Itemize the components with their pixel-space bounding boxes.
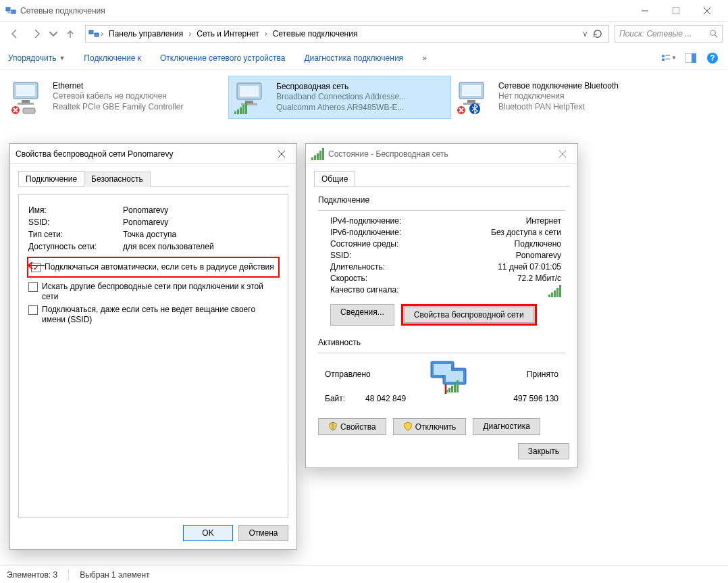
diagnose-button[interactable]: Диагностика подключения [304,53,403,63]
network-connections-icon [88,28,99,39]
titlebar: Сетевые подключения [0,0,728,22]
connect-hidden-ssid-checkbox[interactable] [28,305,38,315]
connections-list: Ethernet Сетевой кабель не подключен Rea… [0,70,728,124]
connection-ethernet[interactable]: Ethernet Сетевой кабель не подключен Rea… [5,76,228,119]
connection-title: Сетевое подключение Bluetooth [498,81,669,91]
svg-rect-16 [22,100,30,103]
ethernet-plug-icon [22,107,38,115]
shield-icon [328,422,338,431]
svg-rect-9 [665,58,670,59]
svg-rect-21 [240,86,259,97]
properties-button[interactable]: Свойства [318,418,386,435]
refresh-button[interactable] [590,26,606,42]
signal-bars-icon [234,102,247,114]
svg-rect-25 [462,85,481,96]
svg-rect-15 [16,85,35,96]
svg-rect-19 [23,108,35,113]
look-for-other-networks-checkbox[interactable] [28,282,38,292]
diagnose-button[interactable]: Диагностика [473,418,540,435]
search-icon [710,30,718,38]
chevron-down-icon[interactable]: ∨ [582,29,588,39]
close-button[interactable] [272,145,291,163]
connection-status-dialog: Состояние - Беспроводная сеть Общие Подк… [305,143,578,468]
more-button[interactable]: » [422,53,427,63]
breadcrumb-segment[interactable]: Панель управления [105,26,187,42]
details-button[interactable]: Сведения... [330,304,394,326]
disable-button[interactable]: Отключить [393,418,467,435]
group-connection-label: Подключение [318,195,565,205]
annotation-highlight: Подключаться автоматически, если сеть в … [27,257,280,278]
selection-count: Выбран 1 элемент [80,570,149,580]
address-bar: › Панель управления › Сеть и Интернет › … [0,22,728,46]
minimize-button[interactable] [629,1,660,21]
svg-rect-2 [673,7,679,14]
x-icon [11,105,20,115]
close-dialog-button[interactable]: Закрыть [518,443,569,459]
bluetooth-icon [469,103,481,115]
forward-button[interactable] [27,24,46,43]
wireless-properties-button[interactable]: Свойства беспроводной сети [404,307,534,323]
x-icon [457,105,466,115]
search-input[interactable]: Поиск: Сетевые ... [615,25,723,43]
tabs: Подключение Безопасность [18,171,288,187]
bytes-sent: 48 042 849 [365,394,406,403]
command-bar: Упорядочить ▼ Подключение к Отключение с… [0,46,728,70]
tabs: Общие [314,171,569,187]
dialog-title: Свойства беспроводной сети Ponomarevy [16,149,173,159]
signal-bars-icon [311,148,324,160]
svg-rect-7 [665,55,670,55]
svg-rect-11 [692,53,696,63]
tab-general[interactable]: Общие [314,171,355,186]
cancel-button[interactable]: Отмена [238,525,288,541]
connection-bluetooth[interactable]: Сетевое подключение Bluetooth Нет подклю… [451,76,674,119]
tab-connection[interactable]: Подключение [18,171,84,186]
close-button[interactable] [692,1,723,21]
bytes-received: 497 596 130 [513,394,558,403]
svg-point-5 [710,30,716,36]
svg-rect-1 [11,10,16,14]
disable-device-button[interactable]: Отключение сетевого устройства [160,53,285,63]
svg-rect-6 [662,55,665,57]
item-count: Элементов: 3 [7,570,57,580]
activity-icon [427,359,470,390]
svg-rect-4 [95,33,99,36]
back-button[interactable] [5,24,24,43]
window-title: Сетевые подключения [20,6,629,16]
svg-rect-8 [662,58,665,60]
ok-button[interactable]: OK [183,525,233,541]
connect-to-button[interactable]: Подключение к [84,53,141,63]
view-menu[interactable]: ▼ [662,51,677,66]
breadcrumb[interactable]: › Панель управления › Сеть и Интернет › … [85,25,609,43]
preview-pane-button[interactable] [683,51,698,66]
svg-rect-0 [6,7,10,11]
group-activity-label: Активность [318,338,565,347]
connection-wireless[interactable]: Беспроводная сеть Broadband Connections … [228,76,451,119]
network-connections-icon [5,5,16,16]
svg-text:?: ? [710,53,714,63]
breadcrumb-segment[interactable]: Сетевые подключения [269,26,362,42]
shield-icon [403,422,413,431]
signal-bars-icon [548,285,561,297]
wireless-properties-dialog: Свойства беспроводной сети Ponomarevy По… [9,143,297,550]
status-bar: Элементов: 3 Выбран 1 элемент [0,565,728,583]
svg-rect-3 [89,30,93,34]
connection-title: Беспроводная сеть [276,82,445,91]
recent-locations-button[interactable] [49,24,58,43]
maximize-button[interactable] [660,1,692,21]
up-button[interactable] [61,24,80,43]
dialog-title: Состояние - Беспроводная сеть [328,149,448,159]
close-button[interactable] [553,145,572,163]
breadcrumb-segment[interactable]: Сеть и Интернет [192,26,263,42]
organize-menu[interactable]: Упорядочить ▼ [8,53,65,63]
svg-rect-17 [18,103,34,105]
ethernet-icon [11,81,41,105]
tab-security[interactable]: Безопасность [84,172,151,187]
bluetooth-network-icon [457,81,486,105]
annotation-arrow-icon [24,261,45,270]
annotation-highlight: Свойства беспроводной сети [401,304,537,326]
connection-title: Ethernet [53,81,223,91]
help-button[interactable]: ? [705,51,720,66]
